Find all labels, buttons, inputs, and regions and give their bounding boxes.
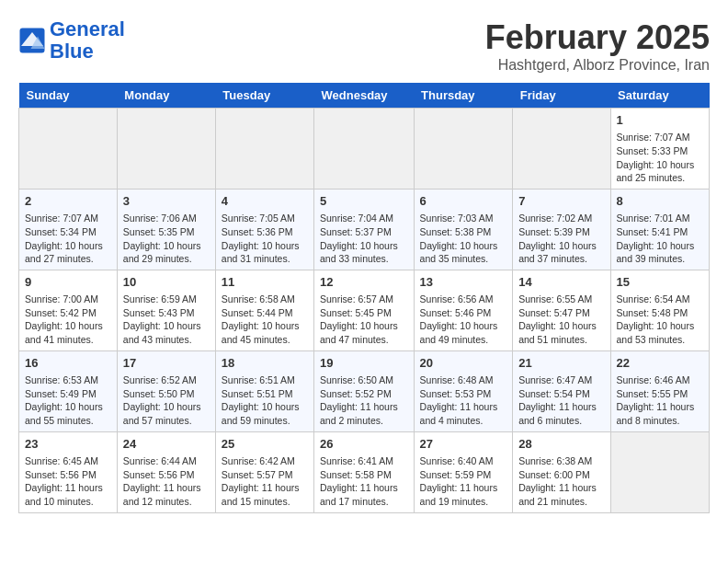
calendar-day-cell: 13Sunrise: 6:56 AM Sunset: 5:46 PM Dayli… xyxy=(414,270,513,350)
day-number: 11 xyxy=(222,274,308,291)
calendar-day-cell: 23Sunrise: 6:45 AM Sunset: 5:56 PM Dayli… xyxy=(19,431,118,512)
day-info: Sunrise: 6:53 AM Sunset: 5:49 PM Dayligh… xyxy=(25,373,111,428)
calendar-day-cell: 26Sunrise: 6:41 AM Sunset: 5:58 PM Dayli… xyxy=(314,431,415,512)
calendar-day-cell: 8Sunrise: 7:01 AM Sunset: 5:41 PM Daylig… xyxy=(610,189,709,270)
calendar-day-cell xyxy=(610,431,709,512)
calendar-day-cell: 21Sunrise: 6:47 AM Sunset: 5:54 PM Dayli… xyxy=(513,350,610,431)
calendar-week-2: 2Sunrise: 7:07 AM Sunset: 5:34 PM Daylig… xyxy=(19,189,710,270)
day-info: Sunrise: 7:07 AM Sunset: 5:34 PM Dayligh… xyxy=(25,212,111,266)
day-info: Sunrise: 6:57 AM Sunset: 5:45 PM Dayligh… xyxy=(320,293,408,347)
calendar-day-cell: 16Sunrise: 6:53 AM Sunset: 5:49 PM Dayli… xyxy=(19,350,118,431)
logo-icon xyxy=(18,27,46,54)
day-info: Sunrise: 6:48 AM Sunset: 5:53 PM Dayligh… xyxy=(420,373,507,428)
weekday-header-saturday: Saturday xyxy=(610,83,709,109)
day-number: 3 xyxy=(123,193,210,210)
calendar-week-4: 16Sunrise: 6:53 AM Sunset: 5:49 PM Dayli… xyxy=(19,350,710,431)
day-info: Sunrise: 6:40 AM Sunset: 5:59 PM Dayligh… xyxy=(420,454,507,509)
day-info: Sunrise: 6:46 AM Sunset: 5:55 PM Dayligh… xyxy=(617,373,703,428)
day-info: Sunrise: 6:45 AM Sunset: 5:56 PM Dayligh… xyxy=(25,454,111,509)
calendar-day-cell: 5Sunrise: 7:04 AM Sunset: 5:37 PM Daylig… xyxy=(314,189,415,270)
day-info: Sunrise: 6:38 AM Sunset: 6:00 PM Dayligh… xyxy=(518,454,604,509)
day-number: 26 xyxy=(320,436,408,453)
day-info: Sunrise: 7:01 AM Sunset: 5:41 PM Dayligh… xyxy=(617,212,703,266)
calendar-day-cell: 24Sunrise: 6:44 AM Sunset: 5:56 PM Dayli… xyxy=(117,431,215,512)
day-number: 8 xyxy=(617,193,703,210)
calendar-week-1: 1Sunrise: 7:07 AM Sunset: 5:33 PM Daylig… xyxy=(19,109,710,190)
day-number: 21 xyxy=(518,355,604,372)
calendar-day-cell xyxy=(215,109,313,190)
day-info: Sunrise: 7:06 AM Sunset: 5:35 PM Dayligh… xyxy=(123,212,210,266)
day-number: 10 xyxy=(123,274,210,291)
weekday-header-monday: Monday xyxy=(117,83,215,109)
logo-text: GeneralBlue xyxy=(50,18,125,63)
calendar-week-5: 23Sunrise: 6:45 AM Sunset: 5:56 PM Dayli… xyxy=(19,431,710,512)
page-header: GeneralBlue February 2025 Hashtgerd, Alb… xyxy=(18,18,710,74)
calendar-day-cell: 1Sunrise: 7:07 AM Sunset: 5:33 PM Daylig… xyxy=(610,109,709,190)
day-info: Sunrise: 7:05 AM Sunset: 5:36 PM Dayligh… xyxy=(222,212,308,266)
calendar-day-cell: 6Sunrise: 7:03 AM Sunset: 5:38 PM Daylig… xyxy=(414,189,513,270)
day-number: 18 xyxy=(222,355,308,372)
day-number: 16 xyxy=(25,355,111,372)
day-info: Sunrise: 6:44 AM Sunset: 5:56 PM Dayligh… xyxy=(123,454,210,509)
day-number: 4 xyxy=(222,193,308,210)
day-number: 2 xyxy=(25,193,111,210)
calendar-day-cell xyxy=(117,109,215,190)
day-info: Sunrise: 7:07 AM Sunset: 5:33 PM Dayligh… xyxy=(617,131,703,185)
weekday-header-wednesday: Wednesday xyxy=(314,83,415,109)
day-number: 17 xyxy=(123,355,210,372)
day-number: 24 xyxy=(123,436,210,453)
calendar-day-cell: 7Sunrise: 7:02 AM Sunset: 5:39 PM Daylig… xyxy=(513,189,610,270)
day-info: Sunrise: 6:54 AM Sunset: 5:48 PM Dayligh… xyxy=(617,293,703,347)
calendar-day-cell: 17Sunrise: 6:52 AM Sunset: 5:50 PM Dayli… xyxy=(117,350,215,431)
day-number: 13 xyxy=(420,274,507,291)
calendar-day-cell: 18Sunrise: 6:51 AM Sunset: 5:51 PM Dayli… xyxy=(215,350,313,431)
day-info: Sunrise: 6:50 AM Sunset: 5:52 PM Dayligh… xyxy=(320,373,408,428)
day-number: 22 xyxy=(617,355,703,372)
calendar-day-cell: 2Sunrise: 7:07 AM Sunset: 5:34 PM Daylig… xyxy=(19,189,118,270)
month-title: February 2025 xyxy=(485,18,710,57)
day-number: 12 xyxy=(320,274,408,291)
day-number: 6 xyxy=(420,193,507,210)
day-number: 7 xyxy=(518,193,604,210)
day-number: 19 xyxy=(320,355,408,372)
day-number: 23 xyxy=(25,436,111,453)
day-info: Sunrise: 6:42 AM Sunset: 5:57 PM Dayligh… xyxy=(222,454,308,509)
calendar-day-cell xyxy=(314,109,415,190)
weekday-header-row: SundayMondayTuesdayWednesdayThursdayFrid… xyxy=(19,83,710,109)
day-info: Sunrise: 6:59 AM Sunset: 5:43 PM Dayligh… xyxy=(123,293,210,347)
day-number: 9 xyxy=(25,274,111,291)
day-number: 27 xyxy=(420,436,507,453)
calendar-day-cell: 27Sunrise: 6:40 AM Sunset: 5:59 PM Dayli… xyxy=(414,431,513,512)
day-info: Sunrise: 6:47 AM Sunset: 5:54 PM Dayligh… xyxy=(518,373,604,428)
weekday-header-sunday: Sunday xyxy=(19,83,118,109)
weekday-header-tuesday: Tuesday xyxy=(215,83,313,109)
day-info: Sunrise: 7:04 AM Sunset: 5:37 PM Dayligh… xyxy=(320,212,408,266)
day-info: Sunrise: 6:56 AM Sunset: 5:46 PM Dayligh… xyxy=(420,293,507,347)
calendar-day-cell: 10Sunrise: 6:59 AM Sunset: 5:43 PM Dayli… xyxy=(117,270,215,350)
calendar-day-cell xyxy=(513,109,610,190)
calendar-day-cell: 14Sunrise: 6:55 AM Sunset: 5:47 PM Dayli… xyxy=(513,270,610,350)
day-info: Sunrise: 7:02 AM Sunset: 5:39 PM Dayligh… xyxy=(518,212,604,266)
logo: GeneralBlue xyxy=(18,18,125,63)
calendar-day-cell: 4Sunrise: 7:05 AM Sunset: 5:36 PM Daylig… xyxy=(215,189,313,270)
calendar-day-cell: 22Sunrise: 6:46 AM Sunset: 5:55 PM Dayli… xyxy=(610,350,709,431)
location-subtitle: Hashtgerd, Alborz Province, Iran xyxy=(485,57,710,74)
day-info: Sunrise: 7:03 AM Sunset: 5:38 PM Dayligh… xyxy=(420,212,507,266)
day-number: 14 xyxy=(518,274,604,291)
calendar-day-cell: 25Sunrise: 6:42 AM Sunset: 5:57 PM Dayli… xyxy=(215,431,313,512)
calendar-day-cell: 11Sunrise: 6:58 AM Sunset: 5:44 PM Dayli… xyxy=(215,270,313,350)
weekday-header-friday: Friday xyxy=(513,83,610,109)
day-number: 1 xyxy=(617,112,703,129)
title-block: February 2025 Hashtgerd, Alborz Province… xyxy=(485,18,710,74)
day-number: 20 xyxy=(420,355,507,372)
calendar-day-cell: 15Sunrise: 6:54 AM Sunset: 5:48 PM Dayli… xyxy=(610,270,709,350)
calendar-day-cell: 28Sunrise: 6:38 AM Sunset: 6:00 PM Dayli… xyxy=(513,431,610,512)
calendar-day-cell: 3Sunrise: 7:06 AM Sunset: 5:35 PM Daylig… xyxy=(117,189,215,270)
day-number: 15 xyxy=(617,274,703,291)
day-info: Sunrise: 6:58 AM Sunset: 5:44 PM Dayligh… xyxy=(222,293,308,347)
calendar-day-cell: 9Sunrise: 7:00 AM Sunset: 5:42 PM Daylig… xyxy=(19,270,118,350)
day-number: 28 xyxy=(518,436,604,453)
calendar-day-cell: 19Sunrise: 6:50 AM Sunset: 5:52 PM Dayli… xyxy=(314,350,415,431)
day-info: Sunrise: 6:55 AM Sunset: 5:47 PM Dayligh… xyxy=(518,293,604,347)
day-info: Sunrise: 6:52 AM Sunset: 5:50 PM Dayligh… xyxy=(123,373,210,428)
